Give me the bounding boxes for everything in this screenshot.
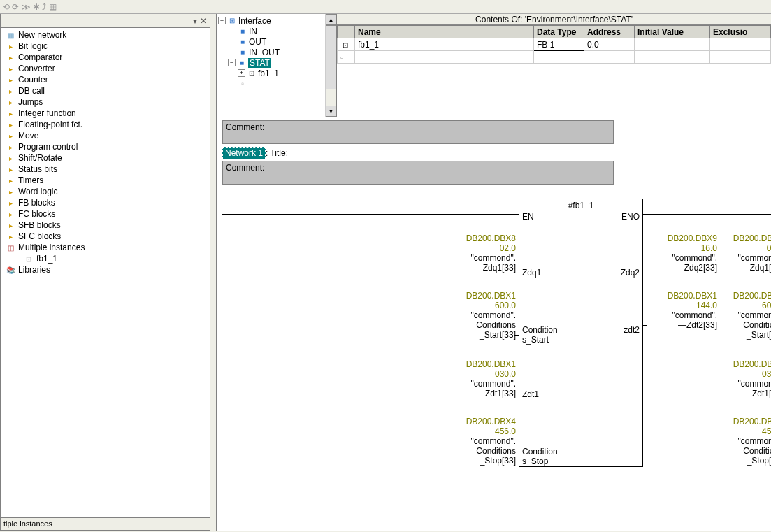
scroll-thumb[interactable] <box>326 25 336 89</box>
interface-root[interactable]: Interface <box>238 16 271 26</box>
col-type[interactable]: Data Type <box>534 26 584 38</box>
wire <box>643 325 647 326</box>
folder-icon: ▸ <box>5 87 16 96</box>
catalog-item[interactable]: ▸Counter <box>3 74 210 85</box>
col-excl[interactable]: Exclusio <box>710 26 771 38</box>
table-row[interactable]: ⊡ fb1_1 FB 1 0.0 <box>338 38 771 51</box>
catalog-item-label: Floating-point fct. <box>18 120 82 129</box>
network-title-suffix: : Title: <box>266 148 288 158</box>
catalog-item[interactable]: 📚Libraries <box>3 264 210 275</box>
folder-icon: ▸ <box>5 109 16 118</box>
catalog-item-label: Integer function <box>18 108 76 118</box>
catalog-item[interactable]: ▸FB blocks <box>3 197 210 208</box>
cell-name[interactable]: fb1_1 <box>355 38 534 51</box>
network-comment[interactable]: Comment: <box>222 161 614 185</box>
param-icon: ■ <box>237 59 247 66</box>
scroll-down-icon[interactable]: ▼ <box>326 106 336 117</box>
ladder-editor[interactable]: Comment: Network 1: Title: Comment: #fb1… <box>217 117 771 531</box>
folder-icon: ▸ <box>5 98 16 107</box>
catalog-item[interactable]: ▸Converter <box>3 63 210 74</box>
operand-label[interactable]: DB200.DBX1600.1"commond".Conditions_Star… <box>721 291 771 340</box>
catalog-item[interactable]: ▸Timers <box>3 175 210 186</box>
if-node-fb11[interactable]: fb1_1 <box>258 69 279 78</box>
catalog-item-label: Shift/Rotate <box>18 153 62 163</box>
operand-label[interactable]: DB200.DBX4456.0"commond".Conditions_Stop… <box>454 417 516 466</box>
cell-excl[interactable] <box>710 38 771 51</box>
operand-label[interactable]: DB200.DBX1144.0"commond".—Zdt2[33] <box>647 291 717 330</box>
param-icon: ▫ <box>238 80 247 87</box>
cell-init[interactable] <box>635 38 710 51</box>
if-node-stat[interactable]: STAT <box>248 58 271 68</box>
catalog-item[interactable]: ▸Program control <box>3 141 210 152</box>
interface-table[interactable]: Name Data Type Address Initial Value Exc… <box>337 25 771 64</box>
interface-tree[interactable]: − ⊞ Interface ■ IN ■ OUT ■ IN_OUT <box>217 14 336 117</box>
instance-icon: ⊡ <box>23 254 34 264</box>
catalog-item[interactable]: ▸Move <box>3 130 210 141</box>
en-port: EN <box>522 212 534 222</box>
editor-panel: − ⊞ Interface ■ IN ■ OUT ■ IN_OUT <box>216 14 771 531</box>
col-name[interactable]: Name <box>355 26 534 38</box>
operand-label[interactable]: DB200.DBX1600.0"commond".Conditions_Star… <box>454 291 516 340</box>
eno-port: ENO <box>621 212 640 222</box>
col-addr[interactable]: Address <box>584 26 635 38</box>
cell-type[interactable]: FB 1 <box>534 38 584 51</box>
library-icon: 📚 <box>5 266 16 275</box>
catalog-sub-item[interactable]: ⊡fb1_1 <box>3 253 210 264</box>
network-badge[interactable]: Network 1 <box>222 147 266 159</box>
operand-label[interactable]: DB200.DBX802.1"commond".Zdq1[34] <box>721 233 771 273</box>
catalog-item[interactable]: ▸Shift/Rotate <box>3 152 210 164</box>
folder-icon: ▸ <box>5 165 16 174</box>
status-text: tiple instances <box>3 519 52 528</box>
output-port: zdt2 <box>624 325 640 335</box>
catalog-tree[interactable]: ▦New network▸Bit logic▸Comparator▸Conver… <box>1 28 210 517</box>
cell-addr[interactable]: 0.0 <box>584 38 635 51</box>
input-port: Condition s_Stop <box>522 447 558 466</box>
catalog-item-label: SFB blocks <box>18 220 61 230</box>
catalog-item[interactable]: ▦New network <box>3 29 210 41</box>
restore-icon[interactable]: ▾ <box>192 16 199 26</box>
catalog-item[interactable]: ▸DB call <box>3 85 210 96</box>
catalog-item[interactable]: ▸SFB blocks <box>3 220 210 231</box>
scroll-up-icon[interactable]: ▲ <box>326 14 336 25</box>
close-icon[interactable]: ✕ <box>199 16 208 26</box>
if-node-inout[interactable]: IN_OUT <box>249 48 280 57</box>
ladder-diagram[interactable]: #fb1_1ENENOZdq1Condition s_StartZdt1Cond… <box>222 199 771 492</box>
folder-icon: ▸ <box>5 176 16 185</box>
collapse-icon[interactable]: − <box>228 59 236 66</box>
collapse-icon[interactable]: − <box>218 17 226 24</box>
fb-instance-block[interactable]: #fb1_1ENENOZdq1Condition s_StartZdt1Cond… <box>519 199 643 467</box>
operand-label[interactable]: DB200.DBX4456.1"commond".Conditions_Stop… <box>721 417 771 466</box>
vertical-splitter[interactable] <box>210 14 216 531</box>
catalog-item[interactable]: ▸Bit logic <box>3 41 210 52</box>
operand-label[interactable]: DB200.DBX1030.0"commond".Zdt1[33] <box>454 359 516 398</box>
network-title-row[interactable]: Network 1: Title: <box>222 148 771 158</box>
interface-table-wrap: Contents Of: 'Environment\Interface\STAT… <box>337 14 771 117</box>
if-node-out[interactable]: OUT <box>249 37 266 47</box>
wire <box>643 268 647 268</box>
catalog-item[interactable]: ▸SFC blocks <box>3 231 210 242</box>
operand-label[interactable]: DB200.DBX916.0"commond".—Zdq2[33] <box>647 233 717 273</box>
catalog-item[interactable]: ▸Word logic <box>3 186 210 197</box>
folder-icon: ▸ <box>5 53 16 62</box>
operand-label[interactable]: DB200.DBX1030.1"commond".Zdt1[34] <box>721 359 771 398</box>
catalog-item-label: Program control <box>18 142 78 152</box>
expand-icon[interactable]: + <box>238 69 245 77</box>
folder-icon: ▸ <box>5 199 16 208</box>
catalog-item[interactable]: ▸Status bits <box>3 164 210 175</box>
wire <box>514 461 519 461</box>
interface-scrollbar[interactable]: ▲ ▼ <box>325 14 336 117</box>
catalog-item[interactable]: ▸FC blocks <box>3 208 210 220</box>
block-comment[interactable]: Comment: <box>222 120 614 144</box>
catalog-item[interactable]: ▸Floating-point fct. <box>3 119 210 130</box>
toolbar-icons[interactable]: ⟲ ⟳ ≫ ✱ ⤴ ▦ <box>3 2 57 12</box>
if-node-in[interactable]: IN <box>249 27 257 36</box>
table-row[interactable]: ▫ <box>338 51 771 64</box>
col-init[interactable]: Initial Value <box>635 26 710 38</box>
catalog-item[interactable]: ▸Integer function <box>3 108 210 119</box>
new-row-icon: ▫ <box>340 52 343 62</box>
operand-label[interactable]: DB200.DBX802.0"commond".Zdq1[33] <box>454 233 516 273</box>
folder-icon: ▸ <box>5 210 16 219</box>
catalog-item[interactable]: ▸Jumps <box>3 96 210 108</box>
catalog-item[interactable]: ◫Multiple instances <box>3 242 210 253</box>
catalog-item[interactable]: ▸Comparator <box>3 52 210 63</box>
